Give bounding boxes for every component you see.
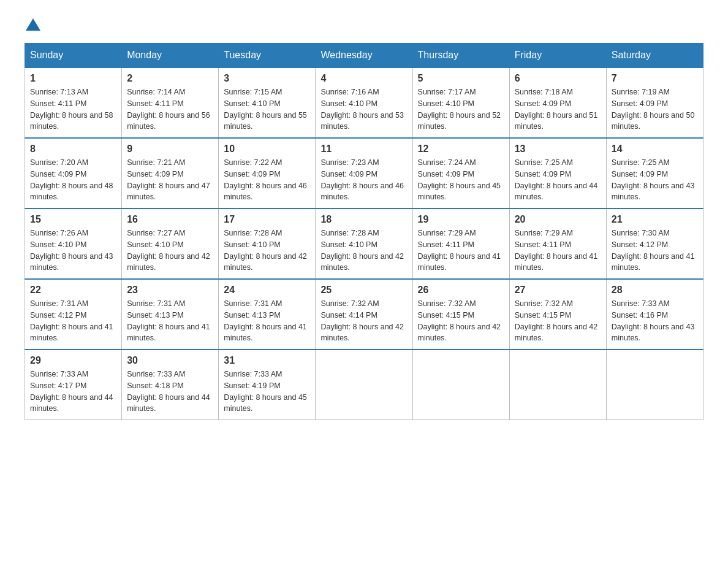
day-info: Sunrise: 7:30 AMSunset: 4:12 PMDaylight:…	[612, 228, 698, 274]
calendar-cell: 13Sunrise: 7:25 AMSunset: 4:09 PMDayligh…	[509, 138, 606, 209]
day-info: Sunrise: 7:15 AMSunset: 4:10 PMDaylight:…	[224, 86, 310, 132]
calendar-cell: 18Sunrise: 7:28 AMSunset: 4:10 PMDayligh…	[316, 209, 412, 279]
day-info: Sunrise: 7:33 AMSunset: 4:18 PMDaylight:…	[127, 369, 213, 415]
header-day-thursday: Thursday	[412, 44, 509, 68]
day-info: Sunrise: 7:33 AMSunset: 4:19 PMDaylight:…	[224, 369, 310, 415]
day-number: 2	[127, 73, 213, 84]
calendar-cell	[606, 350, 703, 420]
day-info: Sunrise: 7:18 AMSunset: 4:09 PMDaylight:…	[515, 86, 601, 132]
calendar-cell: 12Sunrise: 7:24 AMSunset: 4:09 PMDayligh…	[412, 138, 509, 209]
calendar-cell: 27Sunrise: 7:32 AMSunset: 4:15 PMDayligh…	[509, 279, 606, 350]
day-number: 16	[127, 214, 213, 225]
day-info: Sunrise: 7:29 AMSunset: 4:11 PMDaylight:…	[418, 228, 504, 274]
day-number: 24	[224, 285, 310, 296]
day-number: 26	[418, 285, 504, 296]
day-number: 13	[515, 144, 601, 155]
day-info: Sunrise: 7:25 AMSunset: 4:09 PMDaylight:…	[612, 157, 698, 203]
day-info: Sunrise: 7:20 AMSunset: 4:09 PMDaylight:…	[30, 157, 116, 203]
calendar-week-row: 22Sunrise: 7:31 AMSunset: 4:12 PMDayligh…	[25, 279, 703, 350]
day-number: 18	[320, 214, 407, 225]
calendar-cell: 22Sunrise: 7:31 AMSunset: 4:12 PMDayligh…	[25, 279, 122, 350]
day-number: 30	[127, 355, 213, 366]
calendar-cell: 3Sunrise: 7:15 AMSunset: 4:10 PMDaylight…	[219, 67, 316, 138]
day-number: 21	[612, 214, 698, 225]
day-number: 12	[418, 144, 504, 155]
calendar-cell	[316, 350, 412, 420]
calendar-cell: 10Sunrise: 7:22 AMSunset: 4:09 PMDayligh…	[219, 138, 316, 209]
calendar-cell: 15Sunrise: 7:26 AMSunset: 4:10 PMDayligh…	[25, 209, 122, 279]
calendar-cell: 23Sunrise: 7:31 AMSunset: 4:13 PMDayligh…	[122, 279, 219, 350]
header-day-sunday: Sunday	[25, 44, 122, 68]
calendar-week-row: 29Sunrise: 7:33 AMSunset: 4:17 PMDayligh…	[25, 350, 703, 420]
day-info: Sunrise: 7:31 AMSunset: 4:13 PMDaylight:…	[127, 298, 213, 344]
calendar-cell: 19Sunrise: 7:29 AMSunset: 4:11 PMDayligh…	[412, 209, 509, 279]
calendar-cell: 28Sunrise: 7:33 AMSunset: 4:16 PMDayligh…	[606, 279, 703, 350]
day-number: 17	[224, 214, 310, 225]
day-info: Sunrise: 7:32 AMSunset: 4:14 PMDaylight:…	[320, 298, 407, 344]
calendar-cell: 6Sunrise: 7:18 AMSunset: 4:09 PMDaylight…	[509, 67, 606, 138]
calendar-cell: 21Sunrise: 7:30 AMSunset: 4:12 PMDayligh…	[606, 209, 703, 279]
calendar-week-row: 8Sunrise: 7:20 AMSunset: 4:09 PMDaylight…	[25, 138, 703, 209]
day-info: Sunrise: 7:19 AMSunset: 4:09 PMDaylight:…	[612, 86, 698, 132]
day-number: 14	[612, 144, 698, 155]
header-day-monday: Monday	[122, 44, 219, 68]
calendar-cell: 25Sunrise: 7:32 AMSunset: 4:14 PMDayligh…	[316, 279, 412, 350]
calendar-cell: 30Sunrise: 7:33 AMSunset: 4:18 PMDayligh…	[122, 350, 219, 420]
day-info: Sunrise: 7:13 AMSunset: 4:11 PMDaylight:…	[30, 86, 116, 132]
day-number: 19	[418, 214, 504, 225]
day-info: Sunrise: 7:31 AMSunset: 4:13 PMDaylight:…	[224, 298, 310, 344]
day-info: Sunrise: 7:23 AMSunset: 4:09 PMDaylight:…	[320, 157, 407, 203]
day-number: 4	[320, 73, 407, 84]
day-info: Sunrise: 7:26 AMSunset: 4:10 PMDaylight:…	[30, 228, 116, 274]
day-number: 3	[224, 73, 310, 84]
day-number: 7	[612, 73, 698, 84]
day-info: Sunrise: 7:22 AMSunset: 4:09 PMDaylight:…	[224, 157, 310, 203]
calendar-cell: 29Sunrise: 7:33 AMSunset: 4:17 PMDayligh…	[25, 350, 122, 420]
day-info: Sunrise: 7:33 AMSunset: 4:17 PMDaylight:…	[30, 369, 116, 415]
calendar-week-row: 1Sunrise: 7:13 AMSunset: 4:11 PMDaylight…	[25, 67, 703, 138]
calendar-cell: 17Sunrise: 7:28 AMSunset: 4:10 PMDayligh…	[219, 209, 316, 279]
day-info: Sunrise: 7:14 AMSunset: 4:11 PMDaylight:…	[127, 86, 213, 132]
day-number: 9	[127, 144, 213, 155]
day-info: Sunrise: 7:21 AMSunset: 4:09 PMDaylight:…	[127, 157, 213, 203]
calendar-cell: 9Sunrise: 7:21 AMSunset: 4:09 PMDaylight…	[122, 138, 219, 209]
day-number: 22	[30, 285, 116, 296]
day-info: Sunrise: 7:33 AMSunset: 4:16 PMDaylight:…	[612, 298, 698, 344]
calendar-cell: 5Sunrise: 7:17 AMSunset: 4:10 PMDaylight…	[412, 67, 509, 138]
day-number: 6	[515, 73, 601, 84]
calendar-cell: 16Sunrise: 7:27 AMSunset: 4:10 PMDayligh…	[122, 209, 219, 279]
day-info: Sunrise: 7:28 AMSunset: 4:10 PMDaylight:…	[224, 228, 310, 274]
calendar-header-row: SundayMondayTuesdayWednesdayThursdayFrid…	[25, 44, 703, 68]
calendar-cell: 14Sunrise: 7:25 AMSunset: 4:09 PMDayligh…	[606, 138, 703, 209]
calendar-cell: 20Sunrise: 7:29 AMSunset: 4:11 PMDayligh…	[509, 209, 606, 279]
day-number: 20	[515, 214, 601, 225]
day-number: 28	[612, 285, 698, 296]
day-number: 11	[320, 144, 407, 155]
day-info: Sunrise: 7:29 AMSunset: 4:11 PMDaylight:…	[515, 228, 601, 274]
day-info: Sunrise: 7:17 AMSunset: 4:10 PMDaylight:…	[418, 86, 504, 132]
day-info: Sunrise: 7:28 AMSunset: 4:10 PMDaylight:…	[320, 228, 407, 274]
day-info: Sunrise: 7:27 AMSunset: 4:10 PMDaylight:…	[127, 228, 213, 274]
day-info: Sunrise: 7:24 AMSunset: 4:09 PMDaylight:…	[418, 157, 504, 203]
logo	[25, 18, 42, 31]
day-number: 27	[515, 285, 601, 296]
calendar-cell: 1Sunrise: 7:13 AMSunset: 4:11 PMDaylight…	[25, 67, 122, 138]
day-info: Sunrise: 7:32 AMSunset: 4:15 PMDaylight:…	[515, 298, 601, 344]
calendar-cell: 7Sunrise: 7:19 AMSunset: 4:09 PMDaylight…	[606, 67, 703, 138]
calendar-cell	[412, 350, 509, 420]
day-number: 5	[418, 73, 504, 84]
calendar-cell: 26Sunrise: 7:32 AMSunset: 4:15 PMDayligh…	[412, 279, 509, 350]
calendar-cell	[509, 350, 606, 420]
day-number: 25	[320, 285, 407, 296]
day-info: Sunrise: 7:31 AMSunset: 4:12 PMDaylight:…	[30, 298, 116, 344]
day-number: 31	[224, 355, 310, 366]
calendar-cell: 2Sunrise: 7:14 AMSunset: 4:11 PMDaylight…	[122, 67, 219, 138]
calendar-table: SundayMondayTuesdayWednesdayThursdayFrid…	[25, 43, 703, 420]
day-number: 15	[30, 214, 116, 225]
calendar-cell: 31Sunrise: 7:33 AMSunset: 4:19 PMDayligh…	[219, 350, 316, 420]
day-info: Sunrise: 7:25 AMSunset: 4:09 PMDaylight:…	[515, 157, 601, 203]
day-info: Sunrise: 7:16 AMSunset: 4:10 PMDaylight:…	[320, 86, 407, 132]
calendar-cell: 8Sunrise: 7:20 AMSunset: 4:09 PMDaylight…	[25, 138, 122, 209]
day-number: 23	[127, 285, 213, 296]
calendar-cell: 4Sunrise: 7:16 AMSunset: 4:10 PMDaylight…	[316, 67, 412, 138]
